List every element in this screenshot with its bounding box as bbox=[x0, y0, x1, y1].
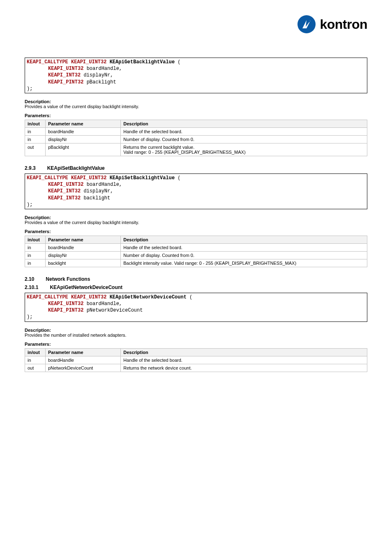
parameters-label: Parameters: bbox=[25, 113, 367, 118]
cell-io: in bbox=[25, 259, 46, 267]
code-param: displayNr, bbox=[83, 188, 113, 194]
cell-desc: Handle of the selected board. bbox=[121, 243, 367, 251]
cell-desc: Handle of the selected board. bbox=[121, 127, 367, 135]
logo: kontron bbox=[297, 14, 367, 34]
code-param: boardHandle, bbox=[87, 301, 122, 307]
table-row: in boardHandle Handle of the selected bo… bbox=[25, 243, 367, 251]
section-heading-setbacklight: 2.9.3 KEApiSetBacklightValue bbox=[25, 165, 367, 171]
th-param: Parameter name bbox=[45, 120, 120, 127]
code-block-getbacklight: KEAPI_CALLTYPE KEAPI_UINT32 KEApiGetBack… bbox=[25, 58, 367, 93]
logo-text: kontron bbox=[320, 17, 367, 32]
table-row: in backlight Backlight intensity value. … bbox=[25, 259, 367, 267]
th-param: Parameter name bbox=[45, 348, 120, 356]
section-heading-network: 2.10 Network Functions bbox=[25, 276, 367, 282]
th-desc: Description bbox=[121, 236, 367, 243]
code-param: pBacklight bbox=[87, 79, 116, 85]
code-keyword: KEAPI_UINT32 bbox=[71, 175, 106, 181]
cell-param: pNetworkDeviceCount bbox=[45, 364, 120, 372]
cell-desc: Backlight intensity value. Valid range: … bbox=[121, 259, 367, 267]
parameters-label: Parameters: bbox=[25, 229, 367, 234]
code-keyword: KEAPI_CALLTYPE bbox=[27, 294, 68, 300]
cell-param: backlight bbox=[45, 259, 120, 267]
code-type: KEAPI_INT32 bbox=[48, 188, 81, 194]
th-desc: Description bbox=[121, 348, 367, 356]
th-io: in/out bbox=[25, 120, 46, 127]
th-io: in/out bbox=[25, 348, 46, 356]
cell-io: in bbox=[25, 251, 46, 259]
cell-param: boardHandle bbox=[45, 243, 120, 251]
code-type: KEAPI_PINT32 bbox=[48, 79, 83, 85]
code-param: boardHandle, bbox=[87, 66, 122, 72]
description-text: Provides the number of installed network… bbox=[25, 333, 367, 338]
code-block-netcount: KEAPI_CALLTYPE KEAPI_UINT32 KEApiGetNetw… bbox=[25, 293, 367, 322]
table-row: in boardHandle Handle of the selected bo… bbox=[25, 127, 367, 135]
section-title: Network Functions bbox=[46, 276, 90, 282]
description-text: Provides a value of the current display … bbox=[25, 220, 367, 225]
description-label: Description: bbox=[25, 99, 367, 104]
cell-io: out bbox=[25, 143, 46, 156]
description-label: Description: bbox=[25, 328, 367, 333]
description-label: Description: bbox=[25, 215, 367, 220]
page-content: KEAPI_CALLTYPE KEAPI_UINT32 KEApiGetBack… bbox=[25, 58, 367, 372]
svg-point-0 bbox=[297, 15, 316, 33]
section-heading-netcount: 2.10.1 KEApiGetNetworkDeviceCount bbox=[25, 284, 367, 290]
section-title: KEApiSetBacklightValue bbox=[47, 165, 105, 171]
cell-param: displayNr bbox=[45, 251, 120, 259]
code-type: KEAPI_UINT32 bbox=[48, 301, 83, 307]
code-param: pNetworkDeviceCount bbox=[87, 308, 143, 313]
code-param: backlight bbox=[83, 195, 110, 201]
cell-io: in bbox=[25, 243, 46, 251]
code-function: KEApiGetBacklightValue bbox=[110, 59, 175, 65]
cell-desc: Returns the network device count. bbox=[121, 364, 367, 372]
cell-io: in bbox=[25, 135, 46, 143]
cell-param: displayNr bbox=[45, 135, 120, 143]
params-table-setbacklight: in/out Parameter name Description in boa… bbox=[25, 236, 367, 267]
cell-desc: Number of display. Counted from 0. bbox=[121, 251, 367, 259]
logo-mark-icon bbox=[297, 14, 316, 34]
th-desc: Description bbox=[121, 120, 367, 127]
table-row: out pBacklight Returns the current backl… bbox=[25, 143, 367, 156]
code-function: KEApiSetBacklightValue bbox=[110, 175, 175, 181]
table-row: in displayNr Number of display. Counted … bbox=[25, 251, 367, 259]
section-number: 2.10 bbox=[25, 276, 34, 282]
cell-param: pBacklight bbox=[45, 143, 120, 156]
cell-io: out bbox=[25, 364, 46, 372]
code-block-setbacklight: KEAPI_CALLTYPE KEAPI_UINT32 KEApiSetBack… bbox=[25, 173, 367, 209]
code-type: KEAPI_UINT32 bbox=[48, 66, 83, 72]
code-keyword: KEAPI_CALLTYPE bbox=[27, 59, 68, 65]
table-row: in boardHandle Handle of the selected bo… bbox=[25, 356, 367, 364]
cell-io: in bbox=[25, 356, 46, 364]
cell-desc: Number of display. Counted from 0. bbox=[121, 135, 367, 143]
description-text: Provides a value of the current display … bbox=[25, 104, 367, 109]
code-keyword: KEAPI_UINT32 bbox=[71, 294, 106, 300]
th-param: Parameter name bbox=[45, 236, 120, 243]
parameters-label: Parameters: bbox=[25, 342, 367, 347]
code-param: displayNr, bbox=[83, 72, 113, 78]
code-param: boardHandle, bbox=[87, 182, 122, 187]
code-keyword: KEAPI_CALLTYPE bbox=[27, 175, 68, 181]
code-keyword: KEAPI_UINT32 bbox=[71, 59, 106, 65]
code-type: KEAPI_INT32 bbox=[48, 195, 81, 201]
cell-desc: Handle of the selected board. bbox=[121, 356, 367, 364]
table-row: in displayNr Number of display. Counted … bbox=[25, 135, 367, 143]
code-type: KEAPI_INT32 bbox=[48, 72, 81, 78]
section-number: 2.9.3 bbox=[25, 165, 36, 171]
section-number: 2.10.1 bbox=[25, 284, 38, 290]
code-type: KEAPI_UINT32 bbox=[48, 182, 83, 187]
params-table-getbacklight: in/out Parameter name Description in boa… bbox=[25, 120, 367, 156]
code-type: KEAPI_PINT32 bbox=[48, 308, 83, 313]
section-title: KEApiGetNetworkDeviceCount bbox=[50, 284, 122, 290]
code-function: KEApiGetNetworkDeviceCount bbox=[110, 294, 187, 300]
params-table-netcount: in/out Parameter name Description in boa… bbox=[25, 348, 367, 372]
th-io: in/out bbox=[25, 236, 46, 243]
table-row: out pNetworkDeviceCount Returns the netw… bbox=[25, 364, 367, 372]
cell-param: boardHandle bbox=[45, 356, 120, 364]
cell-desc: Returns the current backlight value. Val… bbox=[121, 143, 367, 156]
cell-param: boardHandle bbox=[45, 127, 120, 135]
cell-io: in bbox=[25, 127, 46, 135]
